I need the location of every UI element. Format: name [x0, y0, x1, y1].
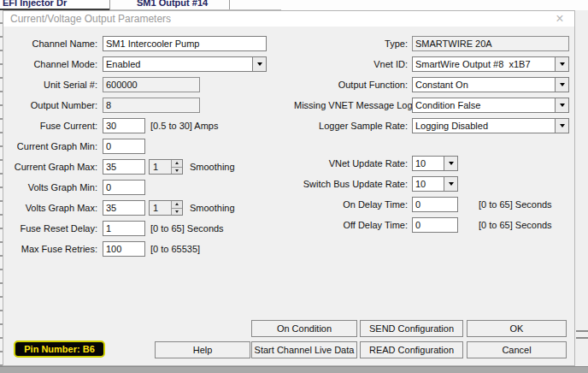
- off-delay-time-label: Off Delay Time:: [294, 220, 408, 230]
- fuse-reset-delay-row: Fuse Reset Delay: [0 to 65] Seconds: [7, 221, 267, 236]
- vnet-update-rate-select[interactable]: 10: [412, 156, 458, 171]
- max-fuse-retries-input[interactable]: [103, 241, 145, 257]
- type-row: Type: SMARTWIRE 20A: [294, 36, 569, 51]
- off-delay-time-input[interactable]: [412, 217, 458, 233]
- max-fuse-retries-range-hint: [0 to 65535]: [150, 244, 200, 254]
- current-voltage-output-parameters-dialog: Current/Voltage Output Parameters × Chan…: [3, 10, 575, 366]
- fuse-current-row: Fuse Current: [0.5 to 30] Amps: [7, 118, 267, 133]
- off-delay-time-row: Off Delay Time: [0 to 65] Seconds: [294, 217, 569, 233]
- volts-smoothing-label: Smoothing: [190, 203, 235, 213]
- type-field: SMARTWIRE 20A: [412, 36, 569, 51]
- on-delay-time-range-hint: [0 to 65] Seconds: [479, 199, 552, 210]
- fuse-reset-delay-range-hint: [0 to 65] Seconds: [150, 223, 224, 234]
- type-label: Type:: [294, 38, 408, 49]
- spinner-down-icon[interactable]: [172, 167, 182, 175]
- logger-sample-rate-value: Logging Disabled: [413, 121, 555, 131]
- vnet-update-rate-row: VNet Update Rate: 10: [294, 156, 569, 171]
- logger-sample-rate-select[interactable]: Logging Disabled: [412, 118, 569, 133]
- volts-graph-max-input[interactable]: [103, 200, 145, 216]
- volts-graph-min-input[interactable]: [103, 180, 145, 195]
- dropdown-arrow-icon: [555, 78, 568, 92]
- vnet-update-rate-value: 10: [413, 158, 444, 169]
- fuse-current-range-hint: [0.5 to 30] Amps: [150, 121, 219, 131]
- vnet-update-rate-label: VNet Update Rate:: [294, 158, 408, 169]
- output-number-field: 8: [103, 98, 200, 113]
- left-field-column: Channel Name: Channel Mode: Enabled Unit…: [7, 36, 267, 262]
- unit-serial-field: 600000: [103, 77, 200, 92]
- output-function-select[interactable]: Constant On: [412, 77, 569, 92]
- missing-vnet-message-logic-label: Missing VNET Message Logic:: [294, 100, 408, 110]
- send-configuration-button[interactable]: SEND Configuration: [360, 320, 463, 337]
- channel-mode-label: Channel Mode:: [7, 59, 97, 69]
- close-icon[interactable]: ×: [550, 11, 569, 27]
- dialog-title: Current/Voltage Output Parameters: [10, 13, 171, 25]
- fuse-current-input[interactable]: [103, 118, 145, 133]
- dialog-titlebar[interactable]: Current/Voltage Output Parameters ×: [3, 11, 574, 27]
- channel-name-input[interactable]: [103, 36, 267, 51]
- current-smoothing-value: 1: [150, 160, 171, 174]
- channel-name-label: Channel Name:: [7, 38, 97, 49]
- on-delay-time-input[interactable]: [412, 197, 458, 212]
- output-function-value: Constant On: [413, 80, 555, 90]
- read-configuration-button[interactable]: READ Configuration: [360, 341, 463, 358]
- current-smoothing-spinner[interactable]: 1: [149, 159, 183, 175]
- volts-graph-min-row: Volts Graph Min:: [7, 180, 267, 195]
- dropdown-arrow-icon: [555, 119, 568, 133]
- unit-serial-label: Unit Serial #:: [7, 80, 97, 90]
- channel-mode-row: Channel Mode: Enabled: [7, 56, 267, 72]
- current-graph-max-row: Current Graph Max: 1 Smoothing: [7, 159, 267, 175]
- switch-bus-update-rate-value: 10: [413, 179, 444, 189]
- volts-smoothing-value: 1: [150, 201, 171, 215]
- on-delay-time-row: On Delay Time: [0 to 65] Seconds: [294, 197, 569, 212]
- output-number-label: Output Number:: [7, 100, 97, 110]
- background-grid-line: [576, 337, 588, 339]
- current-graph-min-input[interactable]: [103, 139, 145, 154]
- vnet-id-select[interactable]: SmartWire Output #8 x1B7: [412, 56, 569, 72]
- help-button[interactable]: Help: [155, 341, 250, 358]
- on-delay-time-label: On Delay Time:: [294, 199, 408, 210]
- ok-button[interactable]: OK: [467, 320, 567, 337]
- max-fuse-retries-label: Max Fuse Retries:: [7, 244, 97, 254]
- right-field-column: Type: SMARTWIRE 20A Vnet ID: SmartWire O…: [294, 36, 569, 238]
- switch-bus-update-rate-label: Switch Bus Update Rate:: [294, 179, 408, 189]
- vnet-id-label: Vnet ID:: [294, 59, 408, 69]
- output-number-row: Output Number: 8: [7, 98, 267, 113]
- current-graph-min-row: Current Graph Min:: [7, 139, 267, 154]
- background-bottom-strip: [0, 366, 588, 373]
- volts-smoothing-spinner[interactable]: 1: [149, 200, 183, 216]
- volts-graph-max-row: Volts Graph Max: 1 Smoothing: [7, 200, 267, 216]
- background-header-cell: EFI Injector Dr: [3, 0, 67, 8]
- pin-number-badge: Pin Number: B6: [14, 340, 105, 358]
- channel-mode-value: Enabled: [103, 59, 252, 69]
- current-graph-max-input[interactable]: [103, 159, 145, 175]
- fuse-reset-delay-label: Fuse Reset Delay:: [7, 223, 97, 234]
- start-channel-live-data-button[interactable]: Start Channel Live Data: [251, 341, 357, 358]
- dropdown-arrow-icon: [555, 57, 568, 71]
- missing-vnet-message-logic-select[interactable]: Condition False: [412, 98, 569, 113]
- current-graph-max-label: Current Graph Max:: [7, 162, 97, 172]
- cancel-button[interactable]: Cancel: [467, 341, 567, 358]
- spinner-down-icon[interactable]: [172, 208, 182, 216]
- dropdown-arrow-icon: [252, 57, 266, 71]
- off-delay-time-range-hint: [0 to 65] Seconds: [479, 220, 552, 230]
- fuse-reset-delay-input[interactable]: [103, 221, 145, 236]
- volts-graph-max-label: Volts Graph Max:: [7, 203, 97, 213]
- switch-bus-update-rate-select[interactable]: 10: [412, 176, 458, 192]
- background-right-strip: [576, 10, 588, 373]
- current-graph-min-label: Current Graph Min:: [7, 141, 97, 151]
- spinner-up-icon[interactable]: [172, 201, 182, 208]
- spinner-up-icon[interactable]: [172, 160, 182, 167]
- dropdown-arrow-icon: [555, 98, 568, 112]
- output-function-row: Output Function: Constant On: [294, 77, 569, 92]
- screen: EFI Injector Dr SM1 Output #14 Current/V…: [0, 0, 588, 373]
- vnet-id-value: SmartWire Output #8 x1B7: [413, 59, 555, 69]
- missing-vnet-message-logic-value: Condition False: [413, 100, 555, 110]
- unit-serial-row: Unit Serial #: 600000: [7, 77, 267, 92]
- dropdown-arrow-icon: [444, 157, 457, 170]
- on-condition-button[interactable]: On Condition: [251, 320, 357, 337]
- current-smoothing-label: Smoothing: [190, 162, 235, 172]
- channel-mode-select[interactable]: Enabled: [103, 56, 267, 72]
- dropdown-arrow-icon: [444, 177, 457, 191]
- vnet-id-row: Vnet ID: SmartWire Output #8 x1B7: [294, 56, 569, 72]
- switch-bus-update-rate-row: Switch Bus Update Rate: 10: [294, 176, 569, 192]
